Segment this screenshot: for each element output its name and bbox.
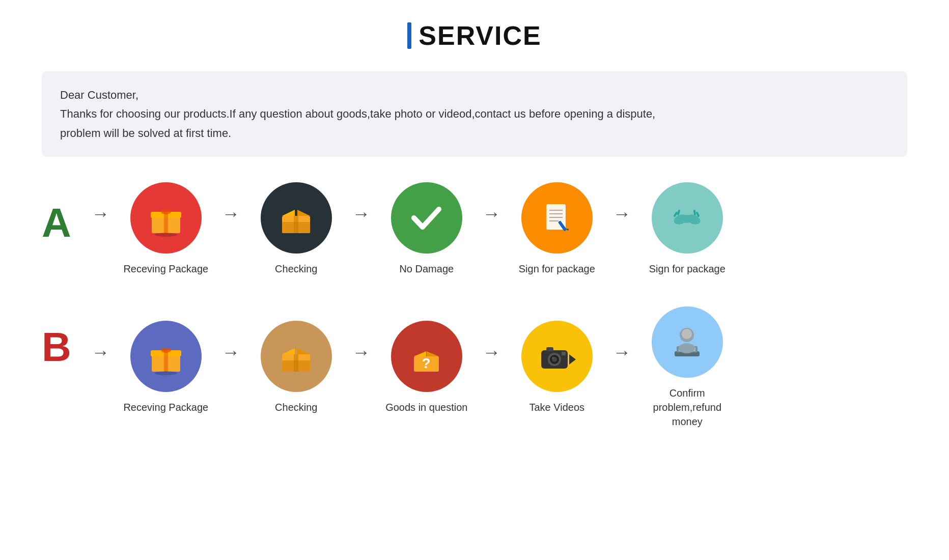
svg-rect-35 — [294, 354, 298, 372]
flow-b: B → Receving Package → — [42, 306, 907, 429]
b-question-icon: ? — [391, 321, 462, 392]
svg-marker-7 — [297, 210, 310, 216]
svg-point-53 — [679, 343, 695, 353]
arrow-b3: → — [483, 342, 501, 363]
flow-b-step-4: Take Videos — [506, 321, 608, 414]
title-accent-bar — [407, 22, 411, 49]
a-nodamage-icon — [391, 182, 462, 254]
flow-b-step-1: Receving Package — [115, 321, 217, 414]
b-camera-icon — [521, 321, 593, 392]
arrow-a3: → — [483, 203, 501, 225]
a-sign1-icon — [521, 182, 593, 254]
flow-a-step-4: Sign for package — [506, 182, 608, 276]
svg-rect-46 — [562, 352, 566, 355]
svg-text:?: ? — [422, 355, 431, 371]
svg-line-23 — [678, 211, 679, 214]
a-package-icon — [130, 182, 202, 254]
arrow-a2: → — [352, 203, 371, 225]
notice-line2: Thanks for choosing our products.If any … — [60, 104, 889, 123]
svg-point-29 — [161, 348, 171, 353]
arrow-b2: → — [352, 342, 371, 363]
notice-line3: problem will be solved at first time. — [60, 124, 889, 143]
a-checking-icon — [261, 182, 332, 254]
b-step1-label: Receving Package — [123, 400, 208, 414]
b-refund-icon — [652, 306, 723, 378]
notice-box: Dear Customer, Thanks for choosing our p… — [42, 71, 907, 157]
flow-a-letter: A — [42, 203, 71, 243]
svg-rect-2 — [164, 212, 168, 233]
arrow-b0: → — [92, 342, 110, 363]
title-text: SERVICE — [418, 20, 541, 51]
flow-a-step-1: Receving Package — [115, 182, 217, 276]
flow-a-step-3: No Damage — [376, 182, 478, 276]
svg-point-30 — [155, 371, 177, 375]
b-package-icon — [130, 321, 202, 392]
svg-marker-32 — [282, 348, 295, 354]
svg-point-4 — [155, 233, 177, 237]
svg-point-3 — [161, 209, 171, 214]
flow-a: A → Receving Package — [42, 182, 907, 276]
a-step4-label: Sign for package — [519, 262, 595, 276]
arrow-a4: → — [613, 203, 631, 225]
a-sign2-icon — [652, 182, 723, 254]
svg-line-24 — [697, 213, 699, 216]
a-step3-label: No Damage — [399, 262, 454, 276]
svg-line-25 — [694, 211, 695, 214]
flow-b-step-3: ? Goods in question — [376, 321, 478, 414]
flow-a-step-2: Checking — [245, 182, 347, 276]
flow-b-letter: B — [42, 327, 71, 368]
svg-marker-33 — [297, 348, 310, 354]
page-title: SERVICE — [407, 20, 541, 51]
svg-marker-47 — [569, 354, 576, 365]
flow-a-steps: → Receving Package → — [87, 182, 907, 276]
b-checking-icon — [261, 321, 332, 392]
b-step3-label: Goods in question — [385, 400, 467, 414]
flow-b-step-2: Checking — [245, 321, 347, 414]
svg-rect-28 — [164, 350, 168, 372]
b-step4-label: Take Videos — [529, 400, 584, 414]
b-step5-label: Confirm problem,refund money — [641, 386, 733, 429]
svg-point-49 — [682, 329, 692, 339]
b-step2-label: Checking — [275, 400, 317, 414]
svg-rect-9 — [294, 216, 298, 233]
arrow-a1: → — [222, 203, 240, 225]
a-step2-label: Checking — [275, 262, 317, 276]
arrow-b1: → — [222, 342, 240, 363]
svg-point-21 — [682, 215, 692, 223]
svg-rect-45 — [546, 347, 553, 351]
arrow-a0: → — [92, 203, 110, 225]
flow-b-step-5: Confirm problem,refund money — [636, 306, 738, 429]
notice-line1: Dear Customer, — [60, 86, 889, 104]
a-step1-label: Receving Package — [123, 262, 208, 276]
arrow-b4: → — [613, 342, 631, 363]
a-step5-label: Sign for package — [649, 262, 725, 276]
flow-a-step-5: Sign for package — [636, 182, 738, 276]
flow-b-steps: → Receving Package → — [87, 306, 907, 429]
svg-point-44 — [552, 357, 554, 359]
svg-marker-6 — [282, 210, 295, 216]
